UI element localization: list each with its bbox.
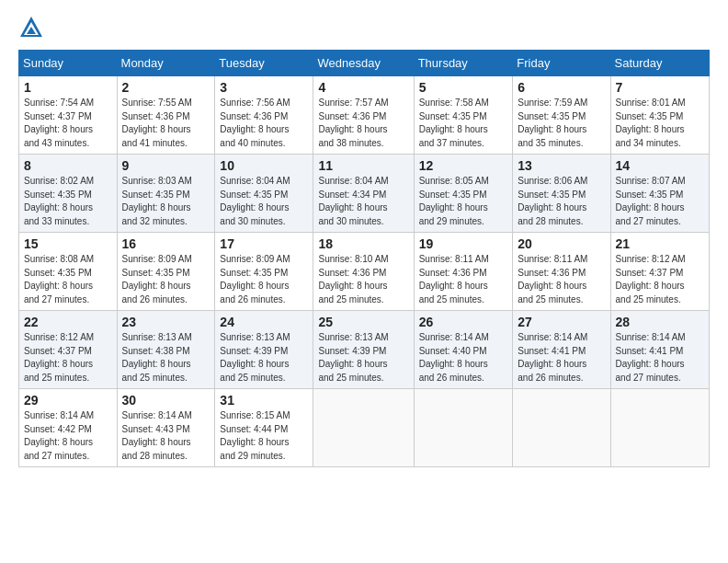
day-number: 10: [220, 158, 308, 173]
day-number: 18: [318, 236, 408, 251]
weekday-header-row: SundayMondayTuesdayWednesdayThursdayFrid…: [19, 51, 710, 76]
day-number: 9: [122, 158, 210, 173]
day-info: Sunrise: 8:09 AMSunset: 4:35 PMDaylight:…: [122, 253, 210, 306]
day-number: 1: [24, 80, 112, 95]
day-info: Sunrise: 8:13 AMSunset: 4:39 PMDaylight:…: [318, 331, 408, 385]
day-number: 30: [122, 393, 210, 408]
day-info: Sunrise: 8:11 AMSunset: 4:36 PMDaylight:…: [518, 253, 605, 306]
calendar-cell: 5Sunrise: 7:58 AMSunset: 4:35 PMDaylight…: [414, 76, 513, 155]
calendar-cell: [513, 389, 610, 467]
calendar-cell: 30Sunrise: 8:14 AMSunset: 4:43 PMDayligh…: [117, 389, 215, 467]
day-info: Sunrise: 8:14 AMSunset: 4:41 PMDaylight:…: [518, 331, 605, 385]
calendar-cell: 22Sunrise: 8:12 AMSunset: 4:37 PMDayligh…: [19, 311, 118, 389]
day-number: 15: [24, 236, 112, 251]
day-number: 27: [518, 315, 605, 329]
day-number: 8: [24, 158, 112, 173]
day-number: 7: [616, 80, 704, 95]
day-info: Sunrise: 8:12 AMSunset: 4:37 PMDaylight:…: [24, 331, 112, 385]
day-number: 23: [122, 315, 210, 329]
day-info: Sunrise: 8:03 AMSunset: 4:35 PMDaylight:…: [122, 175, 210, 228]
weekday-header: Thursday: [414, 51, 513, 76]
calendar-cell: 24Sunrise: 8:13 AMSunset: 4:39 PMDayligh…: [215, 311, 313, 389]
calendar-cell: 25Sunrise: 8:13 AMSunset: 4:39 PMDayligh…: [313, 311, 414, 389]
calendar-week-row: 29Sunrise: 8:14 AMSunset: 4:42 PMDayligh…: [19, 389, 710, 467]
day-number: 13: [518, 158, 605, 173]
calendar-cell: 1Sunrise: 7:54 AMSunset: 4:37 PMDaylight…: [19, 76, 118, 155]
day-number: 2: [122, 80, 210, 95]
day-info: Sunrise: 8:08 AMSunset: 4:35 PMDaylight:…: [24, 253, 112, 306]
weekday-header: Friday: [513, 51, 610, 76]
calendar-cell: 18Sunrise: 8:10 AMSunset: 4:36 PMDayligh…: [313, 233, 414, 311]
day-number: 3: [220, 80, 308, 95]
day-info: Sunrise: 8:14 AMSunset: 4:41 PMDaylight:…: [616, 331, 704, 385]
calendar-cell: 9Sunrise: 8:03 AMSunset: 4:35 PMDaylight…: [117, 155, 215, 233]
day-info: Sunrise: 8:15 AMSunset: 4:44 PMDaylight:…: [220, 409, 308, 463]
calendar-cell: 10Sunrise: 8:04 AMSunset: 4:35 PMDayligh…: [215, 155, 313, 233]
day-number: 31: [220, 393, 308, 408]
day-info: Sunrise: 8:14 AMSunset: 4:40 PMDaylight:…: [419, 331, 508, 385]
day-info: Sunrise: 8:12 AMSunset: 4:37 PMDaylight:…: [616, 253, 704, 306]
day-info: Sunrise: 7:55 AMSunset: 4:36 PMDaylight:…: [122, 97, 210, 150]
calendar-cell: 31Sunrise: 8:15 AMSunset: 4:44 PMDayligh…: [215, 389, 313, 467]
calendar-cell: 6Sunrise: 7:59 AMSunset: 4:35 PMDaylight…: [513, 76, 610, 155]
logo-icon: [18, 15, 44, 40]
day-info: Sunrise: 7:54 AMSunset: 4:37 PMDaylight:…: [24, 97, 112, 150]
day-number: 26: [419, 315, 508, 329]
day-info: Sunrise: 8:04 AMSunset: 4:35 PMDaylight:…: [220, 175, 308, 228]
day-number: 25: [318, 315, 408, 329]
day-info: Sunrise: 7:56 AMSunset: 4:36 PMDaylight:…: [220, 97, 308, 150]
calendar-cell: 14Sunrise: 8:07 AMSunset: 4:35 PMDayligh…: [610, 155, 709, 233]
day-number: 14: [616, 158, 704, 173]
day-info: Sunrise: 8:14 AMSunset: 4:43 PMDaylight:…: [122, 409, 210, 463]
day-number: 4: [318, 80, 408, 95]
calendar-cell: 13Sunrise: 8:06 AMSunset: 4:35 PMDayligh…: [513, 155, 610, 233]
day-info: Sunrise: 8:01 AMSunset: 4:35 PMDaylight:…: [616, 97, 704, 150]
calendar-cell: 21Sunrise: 8:12 AMSunset: 4:37 PMDayligh…: [610, 233, 709, 311]
calendar-cell: 12Sunrise: 8:05 AMSunset: 4:35 PMDayligh…: [414, 155, 513, 233]
calendar-cell: 4Sunrise: 7:57 AMSunset: 4:36 PMDaylight…: [313, 76, 414, 155]
weekday-header: Wednesday: [313, 51, 414, 76]
weekday-header: Monday: [117, 51, 215, 76]
day-number: 19: [419, 236, 508, 251]
calendar-cell: 27Sunrise: 8:14 AMSunset: 4:41 PMDayligh…: [513, 311, 610, 389]
calendar-cell: 20Sunrise: 8:11 AMSunset: 4:36 PMDayligh…: [513, 233, 610, 311]
day-info: Sunrise: 8:11 AMSunset: 4:36 PMDaylight:…: [419, 253, 508, 306]
weekday-header: Tuesday: [215, 51, 313, 76]
day-info: Sunrise: 8:04 AMSunset: 4:34 PMDaylight:…: [318, 175, 408, 228]
calendar-cell: 29Sunrise: 8:14 AMSunset: 4:42 PMDayligh…: [19, 389, 118, 467]
calendar-week-row: 8Sunrise: 8:02 AMSunset: 4:35 PMDaylight…: [19, 155, 710, 233]
day-info: Sunrise: 8:05 AMSunset: 4:35 PMDaylight:…: [419, 175, 508, 228]
calendar-table: SundayMondayTuesdayWednesdayThursdayFrid…: [18, 50, 710, 467]
calendar-cell: 7Sunrise: 8:01 AMSunset: 4:35 PMDaylight…: [610, 76, 709, 155]
day-number: 11: [318, 158, 408, 173]
day-number: 21: [616, 236, 704, 251]
weekday-header: Sunday: [19, 51, 118, 76]
day-info: Sunrise: 8:02 AMSunset: 4:35 PMDaylight:…: [24, 175, 112, 228]
day-number: 28: [616, 315, 704, 329]
calendar-week-row: 15Sunrise: 8:08 AMSunset: 4:35 PMDayligh…: [19, 233, 710, 311]
calendar-cell: [414, 389, 513, 467]
day-info: Sunrise: 7:59 AMSunset: 4:35 PMDaylight:…: [518, 97, 605, 150]
calendar-cell: 15Sunrise: 8:08 AMSunset: 4:35 PMDayligh…: [19, 233, 118, 311]
day-number: 22: [24, 315, 112, 329]
calendar-week-row: 1Sunrise: 7:54 AMSunset: 4:37 PMDaylight…: [19, 76, 710, 155]
day-number: 24: [220, 315, 308, 329]
day-number: 29: [24, 393, 112, 408]
day-number: 6: [518, 80, 605, 95]
day-info: Sunrise: 8:07 AMSunset: 4:35 PMDaylight:…: [616, 175, 704, 228]
calendar-cell: 23Sunrise: 8:13 AMSunset: 4:38 PMDayligh…: [117, 311, 215, 389]
day-info: Sunrise: 7:58 AMSunset: 4:35 PMDaylight:…: [419, 97, 508, 150]
calendar-cell: 28Sunrise: 8:14 AMSunset: 4:41 PMDayligh…: [610, 311, 709, 389]
header: [18, 15, 710, 40]
day-info: Sunrise: 8:13 AMSunset: 4:38 PMDaylight:…: [122, 331, 210, 385]
day-number: 17: [220, 236, 308, 251]
day-info: Sunrise: 8:10 AMSunset: 4:36 PMDaylight:…: [318, 253, 408, 306]
logo: [18, 15, 46, 40]
calendar-cell: 17Sunrise: 8:09 AMSunset: 4:35 PMDayligh…: [215, 233, 313, 311]
day-info: Sunrise: 8:14 AMSunset: 4:42 PMDaylight:…: [24, 409, 112, 463]
day-number: 5: [419, 80, 508, 95]
calendar-cell: 16Sunrise: 8:09 AMSunset: 4:35 PMDayligh…: [117, 233, 215, 311]
weekday-header: Saturday: [610, 51, 709, 76]
day-number: 12: [419, 158, 508, 173]
calendar-cell: 11Sunrise: 8:04 AMSunset: 4:34 PMDayligh…: [313, 155, 414, 233]
